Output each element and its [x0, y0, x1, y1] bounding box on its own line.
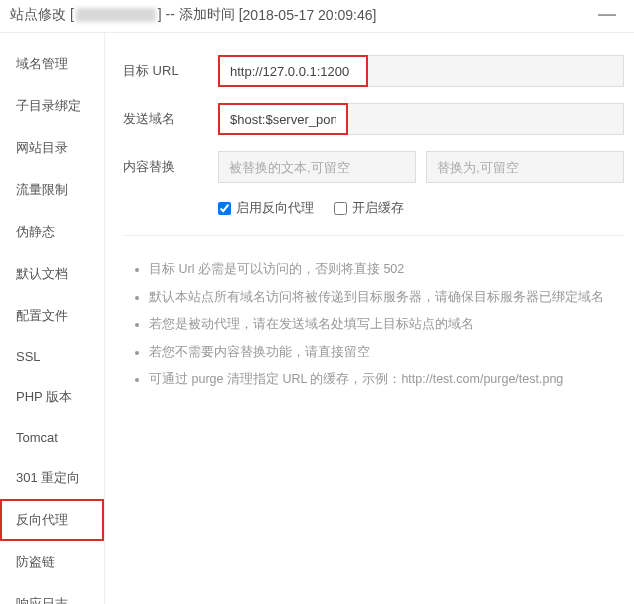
send-host-input-extend[interactable]	[348, 103, 624, 135]
sidebar-item-label: SSL	[16, 349, 41, 364]
sidebar-item-reverse-proxy[interactable]: 反向代理	[0, 499, 104, 541]
panel-header: 站点修改 [ ] -- 添加时间 [ 2018-05-17 20:09:46 ]	[0, 0, 634, 33]
sidebar-item-label: 301 重定向	[16, 470, 80, 485]
enable-cache-checkbox[interactable]: 开启缓存	[334, 199, 404, 217]
sidebar-item-label: 防盗链	[16, 554, 55, 569]
sidebar-item-label: 伪静态	[16, 224, 55, 239]
sidebar-item-redirect-301[interactable]: 301 重定向	[0, 457, 104, 499]
sidebar-item-php-version[interactable]: PHP 版本	[0, 376, 104, 418]
header-middle: ] -- 添加时间 [	[158, 6, 243, 24]
sidebar-item-rewrite[interactable]: 伪静态	[0, 211, 104, 253]
content-area: 目标 URL 发送域名 内容替换 启用反向代理	[105, 33, 634, 604]
sidebar-item-subdir-binding[interactable]: 子目录绑定	[0, 85, 104, 127]
sidebar-item-tomcat[interactable]: Tomcat	[0, 418, 104, 457]
header-prefix: 站点修改 [	[10, 6, 74, 24]
send-host-input[interactable]	[218, 103, 348, 135]
sidebar-item-label: 配置文件	[16, 308, 68, 323]
send-host-label: 发送域名	[123, 110, 218, 128]
note-item: 若您是被动代理，请在发送域名处填写上目标站点的域名	[149, 311, 624, 339]
sidebar-item-label: 默认文档	[16, 266, 68, 281]
minimize-icon[interactable]: —	[598, 4, 616, 25]
sidebar-item-traffic-limit[interactable]: 流量限制	[0, 169, 104, 211]
target-url-input-extend[interactable]	[368, 55, 624, 87]
sidebar-item-config-file[interactable]: 配置文件	[0, 295, 104, 337]
header-timestamp: 2018-05-17 20:09:46	[243, 7, 373, 23]
sidebar-item-response-log[interactable]: 响应日志	[0, 583, 104, 604]
replace-to-input[interactable]	[426, 151, 624, 183]
sidebar-item-site-directory[interactable]: 网站目录	[0, 127, 104, 169]
sidebar: 域名管理 子目录绑定 网站目录 流量限制 伪静态 默认文档 配置文件 SSL P…	[0, 33, 105, 604]
sidebar-item-label: 响应日志	[16, 596, 68, 604]
enable-proxy-label: 启用反向代理	[236, 199, 314, 217]
sidebar-item-label: 子目录绑定	[16, 98, 81, 113]
enable-proxy-input[interactable]	[218, 202, 231, 215]
sidebar-item-label: 网站目录	[16, 140, 68, 155]
enable-proxy-checkbox[interactable]: 启用反向代理	[218, 199, 314, 217]
sidebar-item-anti-leech[interactable]: 防盗链	[0, 541, 104, 583]
note-item: 可通过 purge 清理指定 URL 的缓存，示例：http://test.co…	[149, 366, 624, 394]
sidebar-item-label: 域名管理	[16, 56, 68, 71]
replace-from-input[interactable]	[218, 151, 416, 183]
enable-cache-input[interactable]	[334, 202, 347, 215]
note-item: 若您不需要内容替换功能，请直接留空	[149, 339, 624, 367]
content-replace-label: 内容替换	[123, 158, 218, 176]
sidebar-item-domain-management[interactable]: 域名管理	[0, 43, 104, 85]
panel: 站点修改 [ ] -- 添加时间 [ 2018-05-17 20:09:46 ]…	[0, 0, 634, 604]
header-suffix: ]	[373, 7, 377, 23]
note-item: 默认本站点所有域名访问将被传递到目标服务器，请确保目标服务器已绑定域名	[149, 284, 624, 312]
sidebar-item-label: Tomcat	[16, 430, 58, 445]
sidebar-item-label: 流量限制	[16, 182, 68, 197]
sidebar-item-default-doc[interactable]: 默认文档	[0, 253, 104, 295]
sidebar-item-ssl[interactable]: SSL	[0, 337, 104, 376]
sidebar-item-label: 反向代理	[16, 512, 68, 527]
site-name-redacted	[76, 8, 156, 22]
target-url-label: 目标 URL	[123, 62, 218, 80]
enable-cache-label: 开启缓存	[352, 199, 404, 217]
sidebar-item-label: PHP 版本	[16, 389, 72, 404]
target-url-input[interactable]	[218, 55, 368, 87]
note-item: 目标 Url 必需是可以访问的，否则将直接 502	[149, 256, 624, 284]
notes-section: 目标 Url 必需是可以访问的，否则将直接 502 默认本站点所有域名访问将被传…	[123, 235, 624, 394]
